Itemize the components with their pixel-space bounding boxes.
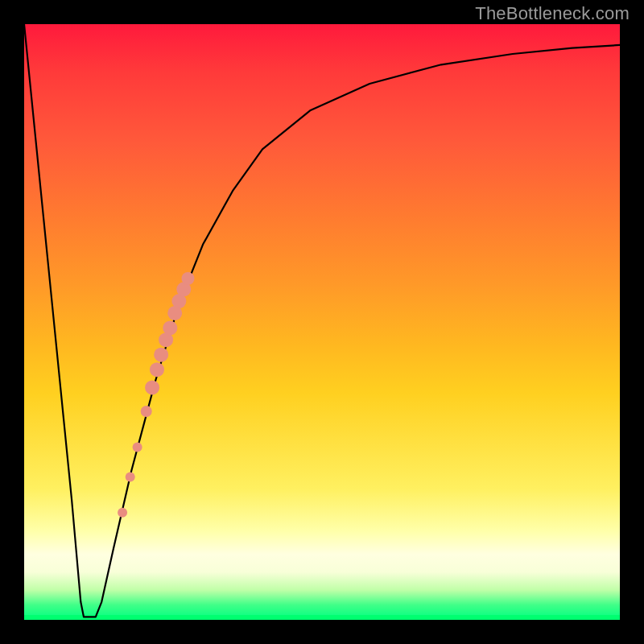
data-dot <box>145 380 159 394</box>
data-dot <box>141 406 152 417</box>
data-dot <box>154 348 168 362</box>
data-dot <box>163 320 177 335</box>
chart-frame: TheBottleneck.com <box>0 0 644 644</box>
data-dot <box>150 362 164 377</box>
data-dot <box>118 508 127 518</box>
watermark-text: TheBottleneck.com <box>475 3 630 24</box>
data-dot <box>133 442 142 452</box>
data-dot <box>126 472 135 481</box>
data-dot <box>182 272 195 285</box>
plot-area <box>24 24 620 620</box>
highlighted-dots-layer <box>24 24 620 620</box>
